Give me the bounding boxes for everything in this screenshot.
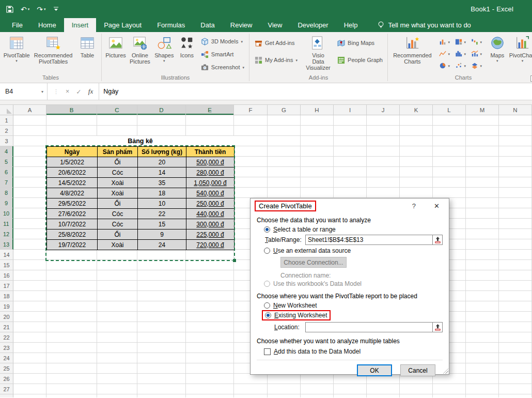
header-cell-3[interactable]: Thành tiền — [186, 147, 234, 157]
maps-button[interactable]: Maps ▾ — [486, 34, 509, 64]
hierarchy-chart-button[interactable]: ▾ — [452, 36, 468, 48]
histogram-chart-button[interactable]: ▾ — [452, 48, 468, 59]
cell-r10c2[interactable]: 22 — [138, 209, 186, 219]
radio-external-source[interactable]: Use an external data source — [257, 247, 443, 254]
name-box[interactable]: B4 ▾ — [0, 83, 48, 100]
table-button[interactable]: Table — [76, 34, 99, 59]
row-header-21[interactable]: 21 — [0, 322, 13, 332]
recommended-pivottables-button[interactable]: Recommended PivotTables — [30, 34, 76, 66]
cell-r7c3[interactable]: 1,050,000 đ — [186, 178, 234, 188]
radio-button-icon[interactable] — [264, 302, 270, 309]
cell-r11c0[interactable]: 10/7/2022 — [47, 219, 98, 229]
cell-r6c3[interactable]: 280,000 đ — [186, 167, 234, 178]
row-header-1[interactable]: 1 — [0, 115, 13, 126]
cell-r9c0[interactable]: 29/5/2022 — [47, 198, 98, 209]
cell-r11c1[interactable]: Cóc — [98, 219, 138, 229]
tab-formulas[interactable]: Formulas — [149, 18, 193, 32]
row-header-25[interactable]: 25 — [0, 363, 13, 374]
row-header-16[interactable]: 16 — [0, 270, 13, 281]
row-header-3[interactable]: 3 — [0, 136, 13, 146]
cell-r12c2[interactable]: 9 — [138, 229, 186, 240]
tab-home[interactable]: Home — [30, 18, 64, 32]
collapse-dialog-icon[interactable] — [433, 322, 443, 332]
row-header-10[interactable]: 10 — [0, 208, 13, 219]
row-header-22[interactable]: 22 — [0, 332, 13, 343]
select-all-corner[interactable] — [0, 105, 13, 115]
column-chart-button[interactable]: ▾ — [436, 36, 452, 48]
waterfall-chart-button[interactable]: ▾ — [468, 36, 484, 48]
radio-button-icon[interactable] — [264, 248, 270, 254]
cell-r9c3[interactable]: 250,000 đ — [186, 198, 234, 209]
pivottable-button[interactable]: PivotTable ▾ — [3, 34, 30, 64]
location-input[interactable] — [305, 322, 433, 332]
row-header-15[interactable]: 15 — [0, 260, 13, 270]
cell-r8c1[interactable]: Xoài — [98, 188, 138, 198]
header-cell-2[interactable]: Số lượng (kg) — [138, 147, 186, 157]
row-header-14[interactable]: 14 — [0, 250, 13, 260]
icons-button[interactable]: Icons — [176, 34, 198, 59]
row-header-6[interactable]: 6 — [0, 167, 13, 177]
column-header-K[interactable]: K — [400, 105, 433, 115]
column-header-B[interactable]: B — [46, 105, 97, 115]
cell-r7c2[interactable]: 35 — [138, 178, 186, 188]
cell-r9c2[interactable]: 10 — [138, 198, 186, 209]
shapes-button[interactable]: Shapes ▾ — [153, 34, 176, 64]
column-header-H[interactable]: H — [301, 105, 334, 115]
cell-r13c2[interactable]: 24 — [138, 240, 186, 250]
cancel-button[interactable]: Cancel — [400, 364, 435, 376]
column-header-I[interactable]: I — [334, 105, 367, 115]
3d-models-button[interactable]: 3D Models ▾ — [200, 37, 244, 45]
column-header-L[interactable]: L — [433, 105, 466, 115]
row-header-17[interactable]: 17 — [0, 281, 13, 291]
save-icon[interactable] — [6, 6, 13, 13]
column-header-A[interactable]: A — [13, 105, 46, 115]
cell-r12c3[interactable]: 225,000 đ — [186, 229, 234, 240]
dialog-titlebar[interactable]: Create PivotTable ? ✕ — [251, 198, 449, 213]
pie-chart-button[interactable]: ▾ — [436, 60, 452, 71]
column-header-M[interactable]: M — [466, 105, 499, 115]
cell-r11c3[interactable]: 300,000 đ — [186, 219, 234, 229]
combo-chart-button[interactable]: ▾ — [468, 48, 484, 59]
cell-r10c0[interactable]: 27/6/2022 — [47, 209, 98, 219]
tab-insert[interactable]: Insert — [64, 18, 97, 32]
tab-page-layout[interactable]: Page Layout — [96, 18, 149, 32]
cell-r13c3[interactable]: 720,000 đ — [186, 240, 234, 250]
customize-qat-button[interactable] — [53, 6, 59, 12]
cell-r13c1[interactable]: Xoài — [98, 240, 138, 250]
drag-handle-icon[interactable]: ⋮ — [53, 88, 59, 95]
line-chart-button[interactable]: ▾ — [436, 48, 452, 59]
row-header-26[interactable]: 26 — [0, 374, 13, 384]
header-cell-0[interactable]: Ngày — [47, 147, 98, 157]
pivotchart-button[interactable]: PivotChart ▾ — [509, 34, 532, 64]
online-pictures-button[interactable]: Online Pictures — [127, 34, 153, 66]
column-header-C[interactable]: C — [97, 105, 137, 115]
row-header-9[interactable]: 9 — [0, 198, 13, 208]
cell-r5c2[interactable]: 20 — [138, 157, 186, 167]
row-header-5[interactable]: 5 — [0, 157, 13, 167]
enter-entry-icon[interactable]: ✓ — [76, 88, 81, 96]
cell-r6c1[interactable]: Cóc — [98, 167, 138, 178]
cell-r8c0[interactable]: 4/8/2022 — [47, 188, 98, 198]
row-header-13[interactable]: 13 — [0, 239, 13, 250]
help-icon[interactable]: ? — [412, 202, 416, 210]
row-header-8[interactable]: 8 — [0, 188, 13, 198]
row-header-28[interactable]: 28 — [0, 394, 13, 397]
column-header-D[interactable]: D — [137, 105, 186, 115]
smartart-button[interactable]: SmartArt — [200, 50, 244, 58]
row-header-27[interactable]: 27 — [0, 384, 13, 394]
radio-existing-worksheet-label[interactable]: Existing Worksheet — [274, 312, 327, 319]
row-header-19[interactable]: 19 — [0, 301, 13, 312]
row-header-20[interactable]: 20 — [0, 312, 13, 322]
cell-r6c0[interactable]: 20/6/2022 — [47, 167, 98, 178]
tab-review[interactable]: Review — [223, 18, 260, 32]
screenshot-button[interactable]: Screenshot ▾ — [200, 63, 244, 71]
pictures-button[interactable]: Pictures — [104, 34, 127, 59]
table-range-input[interactable]: Sheet1!$B$4:$E$13 — [305, 235, 433, 245]
row-header-18[interactable]: 18 — [0, 291, 13, 301]
get-add-ins-button[interactable]: Get Add-ins — [254, 39, 298, 47]
cell-r7c1[interactable]: Xoài — [98, 178, 138, 188]
undo-button[interactable]: ↶▾ — [21, 6, 29, 13]
visio-data-visualizer-button[interactable]: Visio Data Visualizer — [305, 34, 332, 72]
tab-file[interactable]: File — [4, 18, 30, 32]
close-icon[interactable]: ✕ — [434, 202, 440, 210]
